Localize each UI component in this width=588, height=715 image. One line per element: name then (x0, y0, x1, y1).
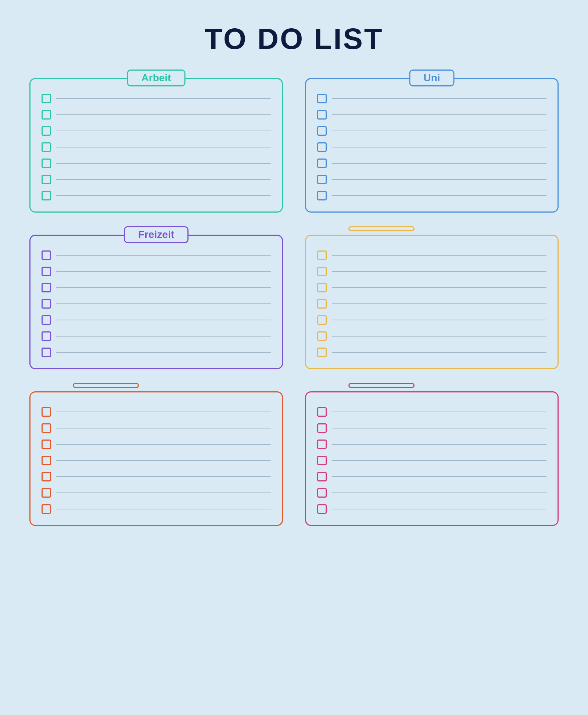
list-item[interactable] (42, 504, 271, 514)
list-item[interactable] (317, 110, 546, 120)
list-item[interactable] (317, 331, 546, 341)
list-item[interactable] (317, 175, 546, 184)
checkbox-icon[interactable] (42, 283, 51, 292)
checkbox-icon[interactable] (317, 456, 327, 465)
list-item[interactable] (317, 250, 546, 260)
check-line (56, 98, 271, 99)
checkbox-icon[interactable] (42, 250, 51, 260)
list-item[interactable] (317, 142, 546, 152)
checkbox-icon[interactable] (42, 315, 51, 325)
checkbox-icon[interactable] (317, 504, 327, 514)
checklist-freizeit (42, 250, 271, 357)
checkbox-icon[interactable] (317, 110, 327, 120)
list-item[interactable] (42, 423, 271, 433)
checkbox-icon[interactable] (317, 159, 327, 168)
list-item[interactable] (42, 94, 271, 103)
check-line (332, 303, 546, 304)
list-item[interactable] (42, 331, 271, 341)
checkbox-icon[interactable] (42, 159, 51, 168)
checkbox-icon[interactable] (42, 348, 51, 357)
list-item[interactable] (42, 267, 271, 276)
checkbox-icon[interactable] (42, 504, 51, 514)
check-line (56, 428, 271, 428)
checkbox-icon[interactable] (42, 299, 51, 309)
checkbox-icon[interactable] (42, 456, 51, 465)
list-item[interactable] (317, 472, 546, 481)
check-line (332, 320, 546, 320)
checkbox-icon[interactable] (317, 440, 327, 449)
checkbox-icon[interactable] (42, 407, 51, 417)
checkbox-icon[interactable] (317, 283, 327, 292)
list-item[interactable] (317, 348, 546, 357)
list-item[interactable] (42, 299, 271, 309)
checkbox-icon[interactable] (42, 267, 51, 276)
checkbox-icon[interactable] (317, 407, 327, 417)
list-item[interactable] (42, 191, 271, 200)
checkbox-icon[interactable] (42, 94, 51, 103)
list-item[interactable] (317, 440, 546, 449)
checkbox-icon[interactable] (42, 440, 51, 449)
checkbox-icon[interactable] (317, 472, 327, 481)
checkbox-icon[interactable] (42, 175, 51, 184)
list-item[interactable] (42, 159, 271, 168)
check-line (56, 287, 271, 288)
checkbox-icon[interactable] (42, 110, 51, 120)
checkbox-icon[interactable] (42, 331, 51, 341)
list-item[interactable] (317, 488, 546, 498)
list-item[interactable] (42, 407, 271, 417)
checkbox-icon[interactable] (317, 126, 327, 136)
list-item[interactable] (317, 456, 546, 465)
checkbox-icon[interactable] (42, 191, 51, 200)
checkbox-icon[interactable] (317, 423, 327, 433)
checkbox-icon[interactable] (317, 191, 327, 200)
checkbox-icon[interactable] (42, 423, 51, 433)
check-line (56, 509, 271, 509)
checkbox-icon[interactable] (317, 331, 327, 341)
checkbox-icon[interactable] (317, 315, 327, 325)
list-item[interactable] (317, 159, 546, 168)
list-item[interactable] (317, 94, 546, 103)
list-item[interactable] (42, 488, 271, 498)
checkbox-icon[interactable] (317, 299, 327, 309)
list-item[interactable] (317, 126, 546, 136)
list-item[interactable] (317, 423, 546, 433)
check-line (332, 179, 546, 180)
checkbox-icon[interactable] (317, 267, 327, 276)
check-line (56, 271, 271, 272)
list-item[interactable] (317, 191, 546, 200)
checkbox-icon[interactable] (317, 142, 327, 152)
checkbox-icon[interactable] (317, 94, 327, 103)
list-item[interactable] (317, 504, 546, 514)
checkbox-icon[interactable] (317, 175, 327, 184)
list-item[interactable] (317, 267, 546, 276)
card-label-yellow-blank (348, 226, 415, 231)
check-line (332, 163, 546, 164)
list-item[interactable] (317, 283, 546, 292)
checkbox-icon[interactable] (42, 126, 51, 136)
list-item[interactable] (42, 440, 271, 449)
checkbox-icon[interactable] (317, 348, 327, 357)
checkbox-icon[interactable] (317, 250, 327, 260)
list-item[interactable] (42, 175, 271, 184)
check-line (332, 336, 546, 337)
check-line (56, 336, 271, 337)
list-item[interactable] (42, 315, 271, 325)
checkbox-icon[interactable] (42, 142, 51, 152)
checkbox-icon[interactable] (317, 488, 327, 498)
check-line (56, 412, 271, 412)
check-line (332, 412, 546, 412)
list-item[interactable] (317, 299, 546, 309)
checkbox-icon[interactable] (42, 472, 51, 481)
checkbox-icon[interactable] (42, 488, 51, 498)
list-item[interactable] (317, 315, 546, 325)
list-item[interactable] (42, 110, 271, 120)
list-item[interactable] (42, 250, 271, 260)
list-item[interactable] (42, 283, 271, 292)
list-item[interactable] (42, 456, 271, 465)
list-item[interactable] (42, 472, 271, 481)
list-item[interactable] (42, 348, 271, 357)
list-item[interactable] (42, 126, 271, 136)
check-line (332, 131, 546, 131)
list-item[interactable] (317, 407, 546, 417)
list-item[interactable] (42, 142, 271, 152)
